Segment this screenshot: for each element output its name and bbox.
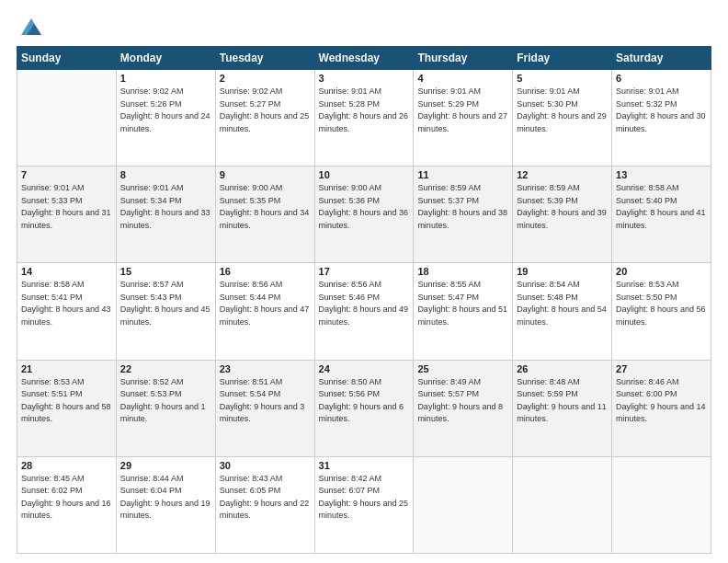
day-number: 15 (120, 266, 211, 277)
day-info: Sunrise: 9:01 AMSunset: 5:29 PMDaylight:… (417, 86, 508, 135)
day-number: 23 (220, 363, 311, 374)
calendar-week-row: 7Sunrise: 9:01 AMSunset: 5:33 PMDaylight… (17, 167, 711, 263)
day-info: Sunrise: 8:54 AMSunset: 5:48 PMDaylight:… (517, 279, 608, 328)
day-number: 21 (21, 363, 112, 374)
day-info: Sunrise: 8:58 AMSunset: 5:40 PMDaylight:… (616, 182, 707, 232)
day-info: Sunrise: 8:57 AMSunset: 5:43 PMDaylight:… (120, 279, 211, 328)
calendar-day-cell: 1Sunrise: 9:02 AMSunset: 5:26 PMDaylight… (116, 70, 215, 167)
calendar-day-cell: 28Sunrise: 8:45 AMSunset: 6:02 PMDayligh… (17, 456, 117, 553)
day-info: Sunrise: 8:55 AMSunset: 5:47 PMDaylight:… (417, 279, 508, 328)
day-number: 16 (220, 266, 311, 277)
day-number: 3 (319, 73, 410, 84)
day-number: 6 (616, 73, 707, 84)
day-info: Sunrise: 8:42 AMSunset: 6:07 PMDaylight:… (319, 473, 410, 523)
header (17, 17, 711, 37)
day-info: Sunrise: 8:45 AMSunset: 6:02 PMDaylight:… (21, 473, 112, 523)
day-number: 1 (120, 73, 211, 84)
logo (17, 17, 43, 37)
weekday-wednesday: Wednesday (314, 47, 414, 70)
day-info: Sunrise: 8:58 AMSunset: 5:41 PMDaylight:… (21, 279, 112, 328)
day-number: 2 (220, 73, 311, 84)
day-number: 11 (417, 169, 508, 180)
day-number: 20 (616, 266, 707, 277)
day-number: 25 (417, 363, 508, 374)
calendar-day-cell: 9Sunrise: 9:00 AMSunset: 5:35 PMDaylight… (215, 167, 314, 263)
day-number: 19 (517, 266, 608, 277)
calendar-day-cell: 22Sunrise: 8:52 AMSunset: 5:53 PMDayligh… (116, 360, 215, 456)
day-number: 29 (120, 460, 211, 471)
weekday-saturday: Saturday (612, 47, 711, 70)
calendar-week-row: 14Sunrise: 8:58 AMSunset: 5:41 PMDayligh… (17, 263, 711, 360)
calendar-day-cell: 5Sunrise: 9:01 AMSunset: 5:30 PMDaylight… (513, 70, 612, 167)
calendar-day-cell: 18Sunrise: 8:55 AMSunset: 5:47 PMDayligh… (414, 263, 513, 360)
calendar-day-cell: 14Sunrise: 8:58 AMSunset: 5:41 PMDayligh… (17, 263, 117, 360)
day-number: 30 (220, 460, 311, 471)
calendar-day-cell: 2Sunrise: 9:02 AMSunset: 5:27 PMDaylight… (215, 70, 314, 167)
weekday-friday: Friday (513, 47, 612, 70)
day-info: Sunrise: 8:56 AMSunset: 5:46 PMDaylight:… (319, 279, 410, 328)
weekday-header-row: SundayMondayTuesdayWednesdayThursdayFrid… (17, 47, 711, 70)
day-info: Sunrise: 8:59 AMSunset: 5:37 PMDaylight:… (417, 182, 508, 232)
day-number: 4 (417, 73, 508, 84)
calendar-day-cell (612, 456, 711, 553)
day-info: Sunrise: 9:01 AMSunset: 5:30 PMDaylight:… (517, 86, 608, 135)
day-info: Sunrise: 9:00 AMSunset: 5:36 PMDaylight:… (319, 182, 410, 232)
calendar-day-cell: 12Sunrise: 8:59 AMSunset: 5:39 PMDayligh… (513, 167, 612, 263)
calendar-day-cell: 27Sunrise: 8:46 AMSunset: 6:00 PMDayligh… (612, 360, 711, 456)
calendar-day-cell (513, 456, 612, 553)
page: SundayMondayTuesdayWednesdayThursdayFrid… (0, 0, 728, 563)
day-info: Sunrise: 9:01 AMSunset: 5:33 PMDaylight:… (21, 182, 112, 232)
calendar-day-cell: 30Sunrise: 8:43 AMSunset: 6:05 PMDayligh… (215, 456, 314, 553)
calendar-day-cell: 20Sunrise: 8:53 AMSunset: 5:50 PMDayligh… (612, 263, 711, 360)
calendar-day-cell: 6Sunrise: 9:01 AMSunset: 5:32 PMDaylight… (612, 70, 711, 167)
weekday-thursday: Thursday (414, 47, 513, 70)
calendar-day-cell: 3Sunrise: 9:01 AMSunset: 5:28 PMDaylight… (314, 70, 414, 167)
day-info: Sunrise: 9:02 AMSunset: 5:27 PMDaylight:… (220, 86, 311, 135)
day-number: 26 (517, 363, 608, 374)
day-info: Sunrise: 8:51 AMSunset: 5:54 PMDaylight:… (220, 376, 311, 426)
day-info: Sunrise: 8:46 AMSunset: 6:00 PMDaylight:… (616, 376, 707, 426)
day-info: Sunrise: 8:53 AMSunset: 5:51 PMDaylight:… (21, 376, 112, 426)
calendar-week-row: 21Sunrise: 8:53 AMSunset: 5:51 PMDayligh… (17, 360, 711, 456)
calendar-day-cell: 19Sunrise: 8:54 AMSunset: 5:48 PMDayligh… (513, 263, 612, 360)
weekday-tuesday: Tuesday (215, 47, 314, 70)
day-number: 27 (616, 363, 707, 374)
day-number: 17 (319, 266, 410, 277)
calendar-day-cell: 31Sunrise: 8:42 AMSunset: 6:07 PMDayligh… (314, 456, 414, 553)
day-number: 14 (21, 266, 112, 277)
day-number: 5 (517, 73, 608, 84)
day-info: Sunrise: 9:01 AMSunset: 5:28 PMDaylight:… (319, 86, 410, 135)
day-number: 13 (616, 169, 707, 180)
calendar-day-cell: 16Sunrise: 8:56 AMSunset: 5:44 PMDayligh… (215, 263, 314, 360)
calendar-day-cell (414, 456, 513, 553)
calendar-day-cell: 15Sunrise: 8:57 AMSunset: 5:43 PMDayligh… (116, 263, 215, 360)
calendar-day-cell: 10Sunrise: 9:00 AMSunset: 5:36 PMDayligh… (314, 167, 414, 263)
day-info: Sunrise: 8:56 AMSunset: 5:44 PMDaylight:… (220, 279, 311, 328)
day-number: 31 (319, 460, 410, 471)
day-number: 24 (319, 363, 410, 374)
day-number: 12 (517, 169, 608, 180)
day-number: 28 (21, 460, 112, 471)
logo-icon (19, 17, 43, 37)
calendar-table: SundayMondayTuesdayWednesdayThursdayFrid… (17, 46, 711, 554)
day-info: Sunrise: 8:53 AMSunset: 5:50 PMDaylight:… (616, 279, 707, 328)
calendar-week-row: 1Sunrise: 9:02 AMSunset: 5:26 PMDaylight… (17, 70, 711, 167)
weekday-sunday: Sunday (17, 47, 117, 70)
day-info: Sunrise: 8:43 AMSunset: 6:05 PMDaylight:… (220, 473, 311, 523)
day-info: Sunrise: 9:01 AMSunset: 5:34 PMDaylight:… (120, 182, 211, 232)
day-info: Sunrise: 8:50 AMSunset: 5:56 PMDaylight:… (319, 376, 410, 426)
calendar-week-row: 28Sunrise: 8:45 AMSunset: 6:02 PMDayligh… (17, 456, 711, 553)
calendar-day-cell: 7Sunrise: 9:01 AMSunset: 5:33 PMDaylight… (17, 167, 117, 263)
calendar-day-cell: 25Sunrise: 8:49 AMSunset: 5:57 PMDayligh… (414, 360, 513, 456)
day-number: 7 (21, 169, 112, 180)
day-number: 10 (319, 169, 410, 180)
day-number: 8 (120, 169, 211, 180)
calendar-day-cell: 4Sunrise: 9:01 AMSunset: 5:29 PMDaylight… (414, 70, 513, 167)
calendar-day-cell: 29Sunrise: 8:44 AMSunset: 6:04 PMDayligh… (116, 456, 215, 553)
day-info: Sunrise: 8:44 AMSunset: 6:04 PMDaylight:… (120, 473, 211, 523)
day-number: 18 (417, 266, 508, 277)
calendar-day-cell: 23Sunrise: 8:51 AMSunset: 5:54 PMDayligh… (215, 360, 314, 456)
calendar-day-cell: 17Sunrise: 8:56 AMSunset: 5:46 PMDayligh… (314, 263, 414, 360)
calendar-day-cell: 8Sunrise: 9:01 AMSunset: 5:34 PMDaylight… (116, 167, 215, 263)
weekday-monday: Monday (116, 47, 215, 70)
